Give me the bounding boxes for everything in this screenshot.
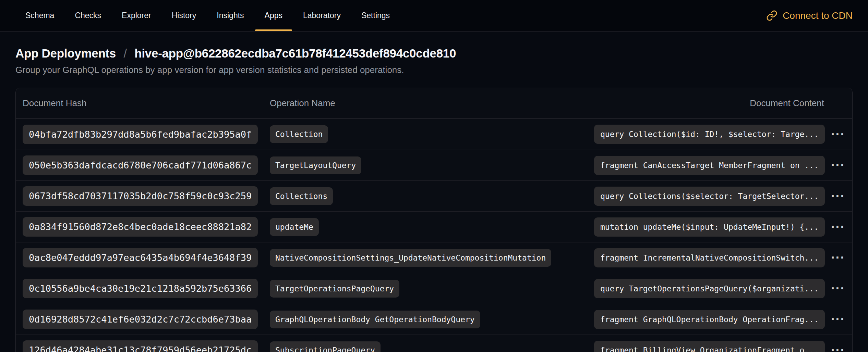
- operation-name-badge: TargetLayoutQuery: [270, 156, 361, 174]
- document-hash-badge: 050e5b363dafdcacd6780e706cadf771d06a867c: [23, 155, 258, 175]
- connect-to-cdn-button[interactable]: Connect to CDN: [766, 0, 853, 31]
- table-row: 0673df58cd7037117035b2d0c758f59c0c93c259…: [16, 180, 852, 211]
- table-row: 04bfa72dfb83b297dd8a5b6fed9bafac2b395a0f…: [16, 119, 852, 150]
- nav-tab-settings[interactable]: Settings: [351, 0, 400, 31]
- row-menu-button[interactable]: ···: [830, 160, 845, 171]
- document-hash-badge: 0a834f91560d872e8c4bec0ade18ceec88821a82: [23, 217, 258, 237]
- row-menu-button[interactable]: ···: [830, 345, 845, 352]
- document-content-preview[interactable]: fragment IncrementalNativeCompositionSwi…: [594, 248, 825, 267]
- nav-tabs: Schema Checks Explorer History Insights …: [15, 0, 400, 31]
- breadcrumb-root[interactable]: App Deployments: [15, 47, 116, 60]
- table-row: 050e5b363dafdcacd6780e706cadf771d06a867c…: [16, 150, 852, 180]
- document-content-preview[interactable]: fragment CanAccessTarget_MemberFragment …: [594, 156, 825, 175]
- row-menu-button[interactable]: ···: [830, 283, 845, 294]
- row-menu-button[interactable]: ···: [830, 222, 845, 232]
- document-content-preview[interactable]: query Collections($selector: TargetSelec…: [594, 187, 825, 206]
- operation-name-badge: TargetOperationsPageQuery: [270, 280, 399, 298]
- link-icon: [766, 10, 777, 21]
- document-hash-badge: 0ac8e047eddd97a97eac6435a4b694f4e3648f39: [23, 248, 258, 267]
- row-menu-button[interactable]: ···: [830, 191, 845, 201]
- operation-name-badge: updateMe: [270, 218, 319, 236]
- table-row: 0c10556a9be4ca30e19e21c1218a592b75e63366…: [16, 273, 852, 304]
- table-body: 04bfa72dfb83b297dd8a5b6fed9bafac2b395a0f…: [16, 119, 852, 352]
- operation-name-badge: Collection: [270, 125, 328, 143]
- nav-tab-explorer[interactable]: Explorer: [111, 0, 161, 31]
- nav-tab-insights[interactable]: Insights: [206, 0, 254, 31]
- operation-name-badge: GraphQLOperationBody_GetOperationBodyQue…: [270, 311, 480, 328]
- nav-tab-apps[interactable]: Apps: [254, 0, 293, 31]
- document-hash-badge: 0d16928d8572c41ef6e032d2c7c72ccbd6e73baa: [23, 310, 258, 329]
- row-menu-button[interactable]: ···: [830, 314, 845, 325]
- document-content-preview[interactable]: query Collection($id: ID!, $selector: Ta…: [594, 125, 825, 144]
- nav-tab-history[interactable]: History: [161, 0, 207, 31]
- nav-tab-checks[interactable]: Checks: [64, 0, 111, 31]
- breadcrumb-current-app: hive-app@b622862ecdba7c61b78f412453def89…: [134, 47, 456, 60]
- document-hash-badge: 0c10556a9be4ca30e19e21c1218a592b75e63366: [23, 279, 258, 298]
- document-hash-badge: 0673df58cd7037117035b2d0c758f59c0c93c259: [23, 186, 258, 206]
- column-header-document-content: Document Content: [750, 98, 845, 109]
- document-content-preview[interactable]: fragment GraphQLOperationBody_OperationF…: [594, 310, 825, 329]
- document-content-preview[interactable]: mutation updateMe($input: UpdateMeInput!…: [594, 217, 825, 237]
- top-nav: Schema Checks Explorer History Insights …: [0, 0, 868, 32]
- table-header-row: Document Hash Operation Name Document Co…: [16, 88, 852, 119]
- nav-tab-laboratory[interactable]: Laboratory: [293, 0, 351, 31]
- column-header-document-hash: Document Hash: [23, 98, 270, 109]
- breadcrumb-separator: /: [123, 47, 126, 60]
- column-header-operation-name: Operation Name: [270, 98, 750, 109]
- row-menu-button[interactable]: ···: [830, 252, 845, 263]
- page-subtitle: Group your GraphQL operations by app ver…: [15, 65, 853, 75]
- document-hash-badge: 04bfa72dfb83b297dd8a5b6fed9bafac2b395a0f: [23, 125, 258, 144]
- breadcrumb: App Deployments / hive-app@b622862ecdba7…: [15, 47, 853, 60]
- table-row: 126d46a4284abe31c13c78f7959d56eeb21725dc…: [16, 335, 852, 352]
- operation-name-badge: NativeCompositionSettings_UpdateNativeCo…: [270, 249, 551, 267]
- main-content: App Deployments / hive-app@b622862ecdba7…: [0, 47, 868, 352]
- connect-to-cdn-label: Connect to CDN: [783, 10, 853, 21]
- operation-name-badge: Collections: [270, 187, 333, 205]
- table-row: 0a834f91560d872e8c4bec0ade18ceec88821a82…: [16, 211, 852, 242]
- table-row: 0d16928d8572c41ef6e032d2c7c72ccbd6e73baa…: [16, 304, 852, 335]
- deployments-table: Document Hash Operation Name Document Co…: [15, 88, 853, 352]
- document-hash-badge: 126d46a4284abe31c13c78f7959d56eeb21725dc: [23, 340, 258, 352]
- nav-tab-schema[interactable]: Schema: [15, 0, 64, 31]
- table-row: 0ac8e047eddd97a97eac6435a4b694f4e3648f39…: [16, 242, 852, 273]
- row-menu-button[interactable]: ···: [830, 129, 845, 140]
- document-content-preview[interactable]: query TargetOperationsPageQuery($organiz…: [594, 279, 825, 298]
- operation-name-badge: SubscriptionPageQuery: [270, 341, 381, 352]
- document-content-preview[interactable]: fragment BillingView_OrganizationFragmen…: [594, 341, 825, 352]
